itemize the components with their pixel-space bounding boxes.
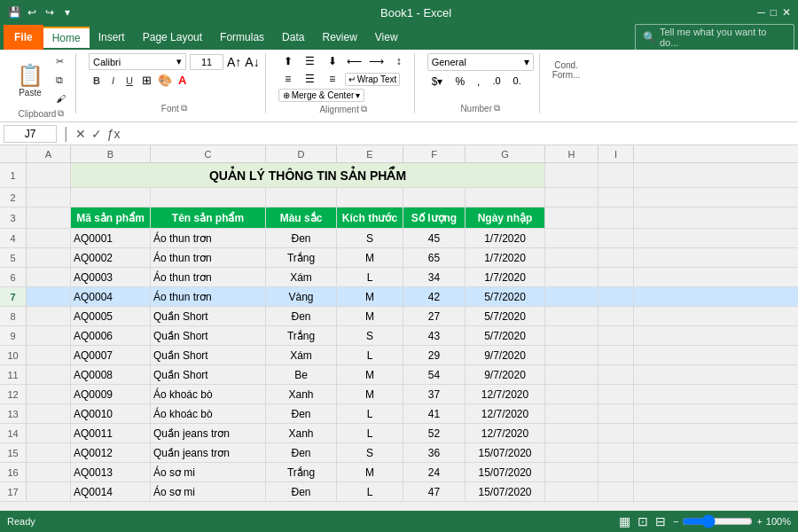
- cell-h10[interactable]: [545, 346, 598, 364]
- normal-view-btn[interactable]: ▦: [619, 514, 630, 528]
- border-button[interactable]: ⊞: [140, 72, 153, 89]
- cell-i5[interactable]: [598, 248, 634, 267]
- cell-h9[interactable]: [545, 326, 598, 345]
- cell-e14[interactable]: L: [337, 424, 403, 442]
- cell-f16[interactable]: 24: [403, 463, 466, 481]
- zoom-in-icon[interactable]: +: [756, 516, 762, 527]
- cell-h1[interactable]: [545, 163, 598, 187]
- format-painter-button[interactable]: 🖌: [51, 90, 70, 106]
- cell-g4[interactable]: 1/7/2020: [466, 229, 545, 247]
- row-num-16[interactable]: 16: [0, 463, 27, 481]
- cell-f2[interactable]: [403, 188, 466, 207]
- cell-a10[interactable]: [27, 346, 71, 364]
- cell-f12[interactable]: 37: [403, 385, 466, 403]
- cell-h14[interactable]: [545, 424, 598, 442]
- cell-e4[interactable]: S: [337, 229, 403, 247]
- cell-header-d3[interactable]: Màu sắc: [266, 207, 337, 228]
- cell-header-b3[interactable]: Mã sản phẩm: [71, 207, 151, 228]
- comma-button[interactable]: ,: [473, 73, 484, 90]
- fill-color-button[interactable]: 🎨: [156, 72, 174, 89]
- cell-c17[interactable]: Áo sơ mi: [151, 482, 266, 501]
- cell-h15[interactable]: [545, 443, 598, 462]
- cell-a2[interactable]: [27, 188, 71, 207]
- cell-h3[interactable]: [545, 207, 598, 228]
- cell-i8[interactable]: [598, 307, 634, 325]
- cell-b10[interactable]: AQ0007: [71, 346, 151, 364]
- cell-a3[interactable]: [27, 207, 71, 228]
- cell-a9[interactable]: [27, 326, 71, 345]
- cell-d5[interactable]: Trắng: [266, 248, 337, 267]
- col-header-b[interactable]: B: [71, 145, 151, 162]
- row-num-2[interactable]: 2: [0, 188, 27, 207]
- cell-c10[interactable]: Quần Short: [151, 346, 266, 364]
- cell-e11[interactable]: M: [337, 365, 403, 384]
- copy-button[interactable]: ⧉: [51, 72, 70, 89]
- cell-h2[interactable]: [545, 188, 598, 207]
- cell-e16[interactable]: M: [337, 463, 403, 481]
- cell-a8[interactable]: [27, 307, 71, 325]
- cell-f13[interactable]: 41: [403, 404, 466, 423]
- cell-d10[interactable]: Xám: [266, 346, 337, 364]
- cell-h5[interactable]: [545, 248, 598, 267]
- cell-b13[interactable]: AQ0010: [71, 404, 151, 423]
- cell-c2[interactable]: [151, 188, 266, 207]
- menu-home[interactable]: Home: [43, 27, 90, 48]
- cell-i4[interactable]: [598, 229, 634, 247]
- number-format-selector[interactable]: General ▾: [427, 53, 534, 71]
- cell-h4[interactable]: [545, 229, 598, 247]
- alignment-expand-icon[interactable]: ⧉: [361, 104, 367, 114]
- customize-icon[interactable]: ▾: [60, 5, 74, 20]
- cell-e2[interactable]: [337, 188, 403, 207]
- cell-b7[interactable]: AQ0004: [71, 287, 151, 306]
- cell-c15[interactable]: Quần jeans trơn: [151, 443, 266, 462]
- menu-data[interactable]: Data: [273, 27, 313, 47]
- cell-a4[interactable]: [27, 229, 71, 247]
- align-bottom-button[interactable]: ⬇: [323, 53, 342, 69]
- cell-a16[interactable]: [27, 463, 71, 481]
- row-num-1[interactable]: 1: [0, 163, 27, 187]
- cell-d4[interactable]: Đen: [266, 229, 337, 247]
- menu-page-layout[interactable]: Page Layout: [134, 27, 211, 47]
- clipboard-expand-icon[interactable]: ⧉: [58, 108, 64, 119]
- col-header-c[interactable]: C: [151, 145, 266, 162]
- increase-decimal-button[interactable]: 0.: [509, 73, 526, 90]
- cell-i6[interactable]: [598, 268, 634, 286]
- menu-formulas[interactable]: Formulas: [211, 27, 273, 47]
- cell-header-c3[interactable]: Tên sản phẩm: [151, 207, 266, 228]
- row-num-12[interactable]: 12: [0, 385, 27, 403]
- cell-c7[interactable]: Áo thun trơn: [151, 287, 266, 306]
- cell-i11[interactable]: [598, 365, 634, 384]
- cell-b11[interactable]: AQ0008: [71, 365, 151, 384]
- col-header-g[interactable]: G: [466, 145, 545, 162]
- cell-f7[interactable]: 42: [403, 287, 466, 306]
- cell-g9[interactable]: 5/7/2020: [466, 326, 545, 345]
- align-middle-button[interactable]: ☰: [301, 53, 320, 69]
- col-header-h[interactable]: H: [545, 145, 598, 162]
- menu-review[interactable]: Review: [313, 27, 365, 47]
- cell-d12[interactable]: Xanh: [266, 385, 337, 403]
- cell-c13[interactable]: Áo khoác bò: [151, 404, 266, 423]
- cell-f4[interactable]: 45: [403, 229, 466, 247]
- cell-d11[interactable]: Be: [266, 365, 337, 384]
- cell-i10[interactable]: [598, 346, 634, 364]
- cell-g16[interactable]: 15/07/2020: [466, 463, 545, 481]
- cell-h7[interactable]: [545, 287, 598, 306]
- zoom-slider[interactable]: [682, 514, 753, 528]
- cell-g6[interactable]: 1/7/2020: [466, 268, 545, 286]
- menu-search[interactable]: 🔍 Tell me what you want to do...: [635, 24, 794, 51]
- row-num-3[interactable]: 3: [0, 207, 27, 228]
- cell-c8[interactable]: Quần Short: [151, 307, 266, 325]
- cell-header-g3[interactable]: Ngày nhập: [466, 207, 545, 228]
- align-left-button[interactable]: ≡: [278, 71, 298, 87]
- cell-g7[interactable]: 5/7/2020: [466, 287, 545, 306]
- cell-h13[interactable]: [545, 404, 598, 423]
- cell-d2[interactable]: [266, 188, 337, 207]
- cell-e5[interactable]: M: [337, 248, 403, 267]
- cell-f9[interactable]: 43: [403, 326, 466, 345]
- redo-icon[interactable]: ↪: [43, 5, 57, 20]
- merge-center-button[interactable]: ⊕ Merge & Center ▾: [278, 89, 365, 102]
- row-num-4[interactable]: 4: [0, 229, 27, 247]
- zoom-control[interactable]: − + 100%: [673, 514, 791, 528]
- cell-i7[interactable]: [598, 287, 634, 306]
- cell-c14[interactable]: Quần jeans trơn: [151, 424, 266, 442]
